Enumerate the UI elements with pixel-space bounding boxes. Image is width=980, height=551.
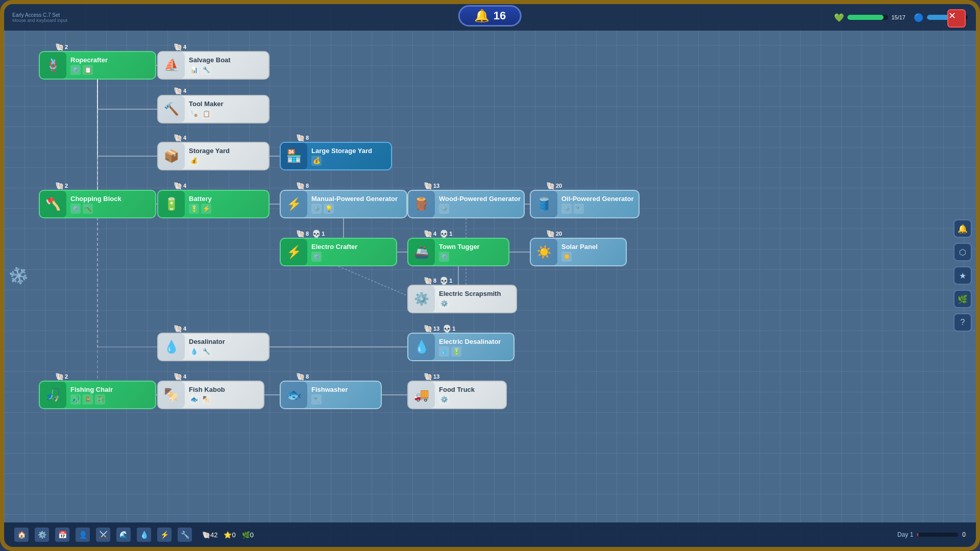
node-body-manual-powered-generator: Manual-Powered Generator⚙️💡 [307, 193, 406, 216]
node-fish-kabob[interactable]: 🐚4🍢Fish Kabob🐟🍢 [157, 381, 264, 409]
node-body-food-truck: Food Truck⚙️ [435, 384, 506, 407]
node-icon-ropecrafter: 🪢 [40, 52, 66, 79]
bottom-gear-icon[interactable]: ⚙️ [35, 528, 49, 542]
bottom-wave-icon[interactable]: 🌊 [116, 528, 131, 542]
shell-icon: 🐚 [296, 372, 305, 381]
node-item-icon: 🏹 [95, 394, 105, 405]
shell-icon: 🐚 [174, 182, 182, 190]
node-body-large-storage-yard: Large Storage Yard💰 [307, 145, 391, 168]
node-salvage-boat[interactable]: 🐚4⛵Salvage Boat📊🔧 [157, 51, 270, 80]
tier-value: 4 [183, 373, 186, 380]
node-icon-large-storage-yard: 🏪 [281, 143, 307, 169]
node-item-icon: 🪑 [83, 394, 93, 405]
node-ropecrafter[interactable]: 🐚2🪢Ropecrafter⚙️📋 [39, 51, 156, 80]
node-storage-yard[interactable]: 🐚4📦Storage Yard💰 [157, 142, 270, 170]
node-manual-powered-generator[interactable]: 🐚8⚡Manual-Powered Generator⚙️💡 [280, 190, 407, 218]
node-item-icon: 🪚 [189, 109, 199, 119]
node-icon-salvage-boat: ⛵ [158, 52, 185, 79]
panel-btn-2[interactable]: ⬡ [953, 243, 972, 261]
node-body-storage-yard: Storage Yard💰 [185, 145, 268, 168]
node-body-chopping-block: Chopping Block⚙️🔨 [66, 193, 155, 216]
node-body-salvage-boat: Salvage Boat📊🔧 [185, 54, 268, 77]
bottom-calendar-icon[interactable]: 📅 [55, 528, 69, 542]
tier-value: 8 [306, 135, 309, 141]
node-item-icon: ⚡ [201, 204, 211, 214]
shell-icon: 🐚 [424, 230, 432, 238]
panel-btn-1[interactable]: 🔔 [953, 219, 972, 238]
shell-icon: 🐚 [546, 230, 555, 238]
shell-icon: 🐚 [55, 43, 64, 51]
bell-counter-badge: 🔔 16 [458, 5, 522, 27]
bottom-sword-icon[interactable]: ⚔️ [96, 528, 110, 542]
close-button[interactable]: ✕ [947, 9, 966, 28]
bottom-lightning-icon[interactable]: ⚡ [157, 528, 172, 542]
tier-value: 13 [433, 373, 439, 380]
node-item-icon: ⚙️ [439, 252, 449, 262]
node-town-tugger[interactable]: 🐚4💀1🚢Town Tugger⚙️ [407, 238, 509, 266]
node-electric-desalinator[interactable]: 🐚13💀1💧Electric Desalinator💧🔋 [407, 333, 514, 361]
node-body-ropecrafter: Ropecrafter⚙️📋 [66, 54, 155, 77]
node-tool-maker[interactable]: 🐚4🔨Tool Maker🪚📋 [157, 95, 270, 123]
node-electric-scrapsmith[interactable]: 🐚8💀1⚙️Electric Scrapsmith⚙️ [407, 285, 517, 313]
bottom-water-icon[interactable]: 💧 [137, 528, 151, 542]
node-item-icon: 💰 [311, 156, 322, 166]
panel-btn-3[interactable]: ★ [953, 266, 972, 285]
node-cost-ropecrafter: 🐚2 [55, 43, 68, 51]
top-bar: Early Access C.7 Set Mouse and Keyboard … [4, 4, 976, 31]
node-title-electric-desalinator: Electric Desalinator [439, 338, 509, 345]
node-oil-powered-generator[interactable]: 🐚20🛢️Oil-Powered Generator⚙️🔧 [530, 190, 640, 218]
node-electro-crafter[interactable]: 🐚8💀1⚡Electro Crafter⚙️ [280, 238, 397, 266]
node-cost-electric-desalinator: 🐚13💀1 [424, 324, 455, 333]
node-items-oil-powered-generator: ⚙️🔧 [561, 204, 634, 214]
node-cost-fish-kabob: 🐚4 [174, 372, 186, 381]
bottom-wrench-icon[interactable]: 🔧 [178, 528, 192, 542]
node-item-icon: 📊 [189, 65, 199, 75]
bottom-person-icon[interactable]: 👤 [76, 528, 90, 542]
shell-icon: 🐚 [174, 43, 182, 51]
node-items-town-tugger: ⚙️ [439, 252, 504, 262]
node-items-manual-powered-generator: ⚙️💡 [311, 204, 402, 214]
node-chopping-block[interactable]: 🐚2🪓Chopping Block⚙️🔨 [39, 190, 156, 218]
panel-btn-4[interactable]: 🌿 [953, 290, 972, 308]
node-title-food-truck: Food Truck [439, 386, 502, 393]
node-item-icon: 💡 [324, 204, 334, 214]
node-item-icon: 📋 [83, 65, 93, 75]
tier-value: 2 [65, 44, 68, 50]
left-decoration: ❄️ [8, 266, 29, 285]
node-title-desalinator: Desalinator [189, 338, 264, 345]
node-item-icon: 🍢 [201, 394, 211, 405]
input-label: Mouse and Keyboard Input [12, 18, 824, 23]
node-desalinator[interactable]: 🐚4💧Desalinator💧🔧 [157, 333, 270, 361]
shell-icon: 🐚 [296, 182, 305, 190]
node-items-ropecrafter: ⚙️📋 [70, 65, 151, 75]
hp-bar: 💚 15/17 [834, 13, 905, 22]
node-body-oil-powered-generator: Oil-Powered Generator⚙️🔧 [557, 193, 639, 216]
node-icon-electro-crafter: ⚡ [281, 239, 307, 265]
node-item-icon: ⚙️ [439, 204, 449, 214]
node-items-fish-kabob: 🐟🍢 [189, 394, 259, 405]
node-wood-powered-generator[interactable]: 🐚13🪵Wood-Powered Generator⚙️ [407, 190, 525, 218]
node-title-fish-kabob: Fish Kabob [189, 386, 259, 393]
node-cost-salvage-boat: 🐚4 [174, 43, 186, 51]
tier-value: 8 [306, 373, 309, 380]
svg-line-26 [338, 266, 415, 299]
node-cost-fishwasher: 🐚8 [296, 372, 309, 381]
node-item-icon: 🔧 [201, 65, 211, 75]
day-counter: Day 1 0 [897, 531, 966, 538]
node-body-solar-panel: Solar Panel☀️ [557, 241, 626, 264]
node-body-battery: Battery🔋⚡ [185, 193, 268, 216]
node-items-electro-crafter: ⚙️ [311, 252, 392, 262]
tier-value: 4 [183, 44, 186, 50]
node-solar-panel[interactable]: 🐚20☀️Solar Panel☀️ [530, 238, 627, 266]
shell-icon: 🐚 [424, 182, 432, 190]
tier-value: 8 [306, 183, 309, 189]
node-fishwasher[interactable]: 🐚8🐟Fishwasher🔧 [280, 381, 382, 409]
node-fishing-chair[interactable]: 🐚2🎣Fishing Chair🎣🪑🏹 [39, 381, 156, 409]
node-battery[interactable]: 🐚4🔋Battery🔋⚡ [157, 190, 270, 218]
node-items-salvage-boat: 📊🔧 [189, 65, 264, 75]
node-food-truck[interactable]: 🐚13🚚Food Truck⚙️ [407, 381, 507, 409]
bottom-home-icon[interactable]: 🏠 [14, 528, 29, 542]
connections-svg [4, 31, 976, 522]
node-large-storage-yard[interactable]: 🐚8🏪Large Storage Yard💰 [280, 142, 392, 170]
panel-btn-5[interactable]: ? [953, 313, 972, 332]
